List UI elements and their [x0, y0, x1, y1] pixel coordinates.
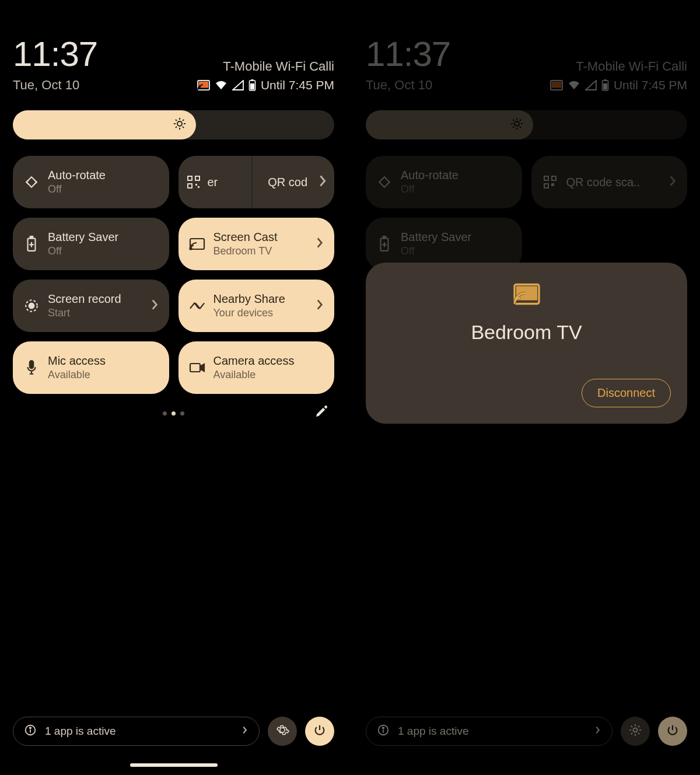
active-apps-label: 1 app is active [398, 725, 468, 738]
disconnect-button[interactable]: Disconnect [582, 379, 671, 407]
battery-plus-icon [23, 236, 40, 252]
gear-icon [628, 723, 642, 739]
signal-icon [585, 80, 597, 90]
tile-qr-code[interactable]: er QR cod [178, 156, 335, 208]
svg-point-26 [514, 121, 519, 126]
svg-rect-12 [30, 236, 33, 238]
tile-sub: Off [48, 183, 106, 196]
power-button[interactable] [305, 717, 334, 746]
brightness-icon [510, 117, 524, 133]
svg-rect-4 [250, 83, 254, 90]
svg-rect-27 [544, 176, 548, 180]
phone-left: 11:37 T-Mobile Wi-Fi Calli Tue, Oct 10 U… [0, 0, 347, 775]
tile-label: Mic access [48, 354, 106, 368]
statusbar: 11:37 T-Mobile Wi-Fi Calli Tue, Oct 10 U… [13, 34, 334, 93]
battery-icon [249, 79, 256, 91]
settings-button[interactable] [268, 717, 297, 746]
tile-label: Auto-rotate [48, 168, 106, 183]
svg-rect-17 [30, 361, 33, 368]
tile-label: Camera access [214, 354, 295, 368]
tile-sub: Available [48, 368, 106, 382]
tile-screen-cast[interactable]: Screen Cast Bedroom TV [178, 218, 335, 270]
svg-point-37 [634, 728, 638, 732]
page-indicator [163, 411, 184, 416]
svg-rect-29 [544, 184, 548, 188]
date-label: Tue, Oct 10 [366, 78, 432, 93]
carrier-label: T-Mobile Wi-Fi Calli [223, 59, 334, 74]
battery-until: Until 7:45 PM [261, 78, 334, 92]
power-icon [666, 724, 679, 739]
chevron-right-icon[interactable] [150, 298, 159, 313]
svg-rect-10 [198, 186, 200, 188]
clock: 11:37 [13, 34, 97, 74]
svg-point-36 [383, 727, 384, 728]
cast-icon [189, 236, 205, 252]
battery-plus-icon [376, 236, 393, 252]
qr-part-b: QR cod [268, 176, 307, 189]
cast-dialog: Bedroom TV Disconnect [366, 263, 687, 424]
tile-battery-saver[interactable]: Battery Saver Off [13, 218, 169, 270]
brightness-slider[interactable] [366, 110, 687, 139]
nearby-icon [189, 298, 205, 314]
active-apps-pill[interactable]: 1 app is active [13, 717, 260, 746]
tile-label: Screen record [48, 292, 121, 306]
svg-rect-18 [190, 364, 200, 372]
cast-status-icon [197, 80, 210, 90]
svg-rect-8 [188, 184, 192, 188]
tile-sub: Off [401, 245, 471, 258]
chevron-right-icon[interactable] [668, 174, 677, 190]
tile-label: Battery Saver [401, 230, 471, 245]
tile-mic-access[interactable]: Mic access Available [13, 341, 169, 394]
qs-tiles: Auto-rotate Off QR code sca.. Battery Sa… [366, 156, 687, 270]
edit-tiles-button[interactable] [314, 404, 328, 421]
qr-part-a: er [208, 176, 218, 189]
svg-rect-28 [552, 176, 556, 180]
tile-camera-access[interactable]: Camera access Available [178, 341, 335, 394]
svg-rect-9 [195, 184, 197, 186]
brightness-slider[interactable] [13, 110, 334, 139]
power-button[interactable] [658, 717, 687, 746]
chevron-right-icon[interactable] [316, 298, 324, 313]
svg-point-20 [30, 727, 31, 728]
qs-tiles: Auto-rotate Off er QR cod Battery Saver … [13, 156, 334, 394]
camera-icon [189, 359, 205, 376]
qr-icon [186, 174, 202, 190]
tile-qr-code[interactable]: QR code sca.. [531, 156, 688, 208]
svg-rect-25 [603, 83, 607, 90]
pager-row [13, 404, 334, 422]
chevron-right-icon [242, 725, 249, 738]
rotate-icon [376, 174, 393, 190]
home-indicator[interactable] [130, 763, 218, 767]
chevron-right-icon[interactable] [316, 236, 324, 252]
record-icon [23, 298, 40, 314]
tile-screen-record[interactable]: Screen record Start [13, 280, 169, 332]
mic-icon [23, 359, 40, 376]
svg-rect-7 [195, 176, 200, 180]
chevron-right-icon [594, 725, 601, 738]
tile-nearby-share[interactable]: Nearby Share Your devices [178, 280, 335, 332]
battery-until: Until 7:45 PM [614, 78, 687, 92]
date-label: Tue, Oct 10 [13, 78, 79, 93]
tile-label: QR code sca.. [566, 175, 640, 190]
battery-icon [601, 79, 609, 91]
svg-point-16 [29, 303, 34, 309]
active-apps-pill[interactable]: 1 app is active [366, 717, 612, 746]
tile-sub: Off [401, 183, 459, 196]
svg-point-14 [190, 247, 191, 249]
tile-auto-rotate[interactable]: Auto-rotate Off [13, 156, 169, 208]
chevron-right-icon[interactable] [318, 174, 327, 190]
info-icon [24, 724, 37, 739]
tile-label: Screen Cast [214, 230, 278, 245]
tile-sub: Available [214, 368, 295, 382]
rotate-icon [23, 174, 40, 190]
carrier-label: T-Mobile Wi-Fi Calli [576, 59, 687, 74]
brightness-icon [173, 117, 187, 133]
power-icon [313, 724, 326, 739]
wifi-icon [215, 80, 228, 90]
tile-label: Battery Saver [48, 230, 118, 245]
tile-sub: Bedroom TV [214, 245, 278, 258]
svg-rect-6 [188, 176, 192, 180]
tile-auto-rotate[interactable]: Auto-rotate Off [366, 156, 522, 208]
footer: 1 app is active [366, 717, 687, 746]
settings-button[interactable] [621, 717, 650, 746]
